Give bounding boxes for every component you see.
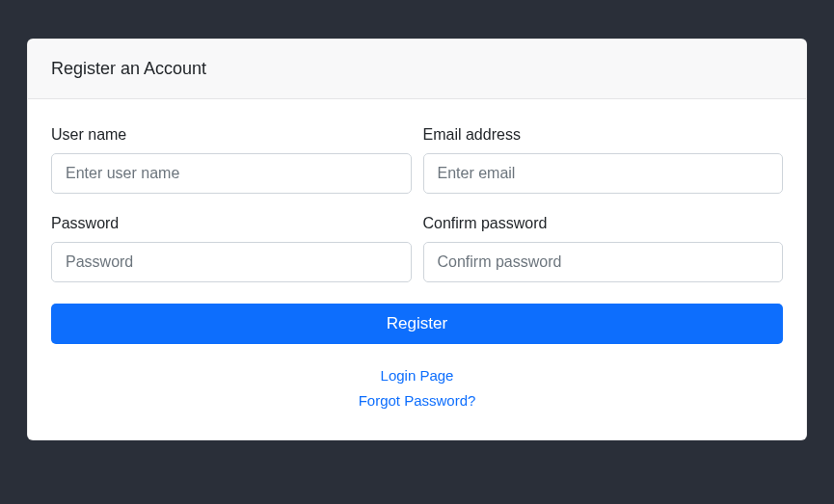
form-group-confirm-password: Confirm password bbox=[423, 215, 784, 282]
email-label: Email address bbox=[423, 126, 784, 144]
password-input[interactable] bbox=[51, 242, 412, 282]
username-input[interactable] bbox=[51, 153, 412, 194]
card-title: Register an Account bbox=[51, 59, 206, 78]
form-row-1: User name Email address bbox=[51, 126, 783, 194]
register-button[interactable]: Register bbox=[51, 304, 783, 344]
email-input[interactable] bbox=[423, 153, 784, 194]
forgot-password-link[interactable]: Forgot Password? bbox=[51, 388, 783, 413]
form-group-password: Password bbox=[51, 215, 412, 282]
card-header: Register an Account bbox=[28, 40, 806, 99]
confirm-password-label: Confirm password bbox=[423, 215, 784, 232]
form-row-2: Password Confirm password bbox=[51, 215, 783, 282]
login-link[interactable]: Login Page bbox=[51, 363, 783, 388]
card-body: User name Email address Password Confirm… bbox=[28, 99, 806, 439]
username-label: User name bbox=[51, 126, 412, 144]
password-label: Password bbox=[51, 215, 412, 232]
register-card: Register an Account User name Email addr… bbox=[27, 39, 807, 440]
links-section: Login Page Forgot Password? bbox=[51, 363, 783, 412]
confirm-password-input[interactable] bbox=[423, 242, 784, 282]
form-group-username: User name bbox=[51, 126, 412, 194]
form-group-email: Email address bbox=[423, 126, 784, 194]
